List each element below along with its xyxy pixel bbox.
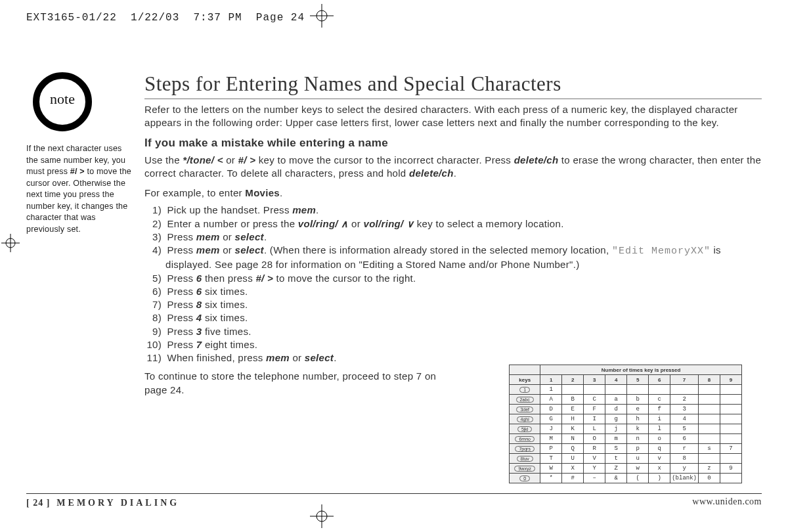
step-item: 9) Press 3 five times. [144, 325, 762, 338]
mistake-heading: If you make a mistake while entering a n… [144, 137, 762, 150]
step-item: 6) Press 6 six times. [144, 285, 762, 298]
page-footer: [ 24 ] MEMORY DIALING www.uniden.com [26, 493, 762, 508]
steps-list: 1) Pick up the handset. Press mem.2) Ent… [144, 204, 762, 365]
mistake-body: Use the */tone/ < or #/ > key to move th… [144, 154, 762, 181]
step-item: 5) Press 6 then press #/ > to move the c… [144, 272, 762, 285]
sidebar-note: note If the next character uses the same… [26, 72, 131, 235]
page-number: [ 24 ] [26, 498, 50, 508]
step-item: 7) Press 8 six times. [144, 298, 762, 311]
continue-text: To continue to store the telephone numbe… [144, 370, 447, 397]
section-name: MEMORY DIALING [56, 498, 179, 508]
svg-point-8 [317, 511, 327, 521]
print-header: EXT3165-01/22 1/22/03 7:37 PM Page 24 [26, 12, 305, 24]
svg-point-5 [6, 238, 15, 248]
example-intro: For example, to enter Movies. [144, 187, 762, 200]
footer-url: www.uniden.com [692, 497, 762, 507]
svg-point-2 [317, 11, 327, 21]
key-character-table: Number of times key is pressedkeys123456… [509, 365, 742, 483]
note-body: If the next character uses the same numb… [26, 143, 131, 235]
step-item: 10) Press 7 eight times. [144, 338, 762, 351]
step-item: 4) Press mem or select. (When there is i… [144, 244, 762, 272]
step-item: 1) Pick up the handset. Press mem. [144, 204, 762, 217]
note-icon: note [33, 72, 92, 131]
intro-paragraph: Refer to the letters on the number keys … [144, 103, 762, 130]
note-icon-label: note [33, 91, 92, 108]
step-item: 2) Enter a number or press the vol/ring/… [144, 217, 762, 231]
main-column: Steps for Entering Names and Special Cha… [144, 72, 762, 401]
step-item: 3) Press mem or select. [144, 231, 762, 244]
step-item: 11) When finished, press mem or select. [144, 351, 762, 365]
step-item: 8) Press 4 six times. [144, 311, 762, 324]
page-title: Steps for Entering Names and Special Cha… [144, 72, 762, 99]
